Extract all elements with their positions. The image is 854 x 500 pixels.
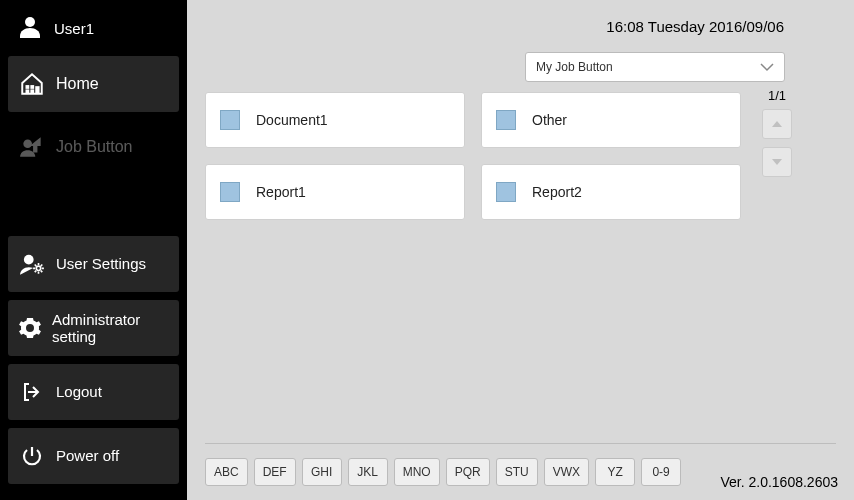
filter-ghi[interactable]: GHI [302,458,342,486]
gear-icon [18,316,42,340]
svg-rect-2 [30,85,34,89]
svg-rect-4 [30,89,34,93]
page-up-button[interactable] [762,109,792,139]
power-icon [18,444,46,468]
svg-point-8 [36,266,40,270]
svg-rect-1 [26,85,30,89]
job-button-icon [18,134,46,160]
page-down-button[interactable] [762,147,792,177]
divider [205,443,836,444]
filter-jkl[interactable]: JKL [348,458,388,486]
filter-mno[interactable]: MNO [394,458,440,486]
main: 16:08 Tuesday 2016/09/06 My Job Button D… [187,0,854,500]
nav-job-button-label: Job Button [56,138,133,156]
nav-home-label: Home [56,75,99,93]
nav-power-off[interactable]: Power off [8,428,179,484]
nav-power-off-label: Power off [56,447,119,464]
user-icon [18,14,42,42]
svg-point-7 [24,255,34,265]
filter-def[interactable]: DEF [254,458,296,486]
filter-stu[interactable]: STU [496,458,538,486]
svg-rect-5 [35,86,39,94]
nav-admin-setting-label: Administrator setting [52,311,169,346]
filter-0-9[interactable]: 0-9 [641,458,681,486]
user-name: User1 [54,20,94,37]
filter-vwx[interactable]: VWX [544,458,589,486]
svg-rect-3 [26,89,30,93]
pager: 1/1 [757,92,797,220]
card-report1[interactable]: Report1 [205,164,465,220]
logout-icon [18,380,46,404]
nav-admin-setting[interactable]: Administrator setting [8,300,179,356]
nav-bottom: User Settings Administrator setting Logo… [0,236,187,500]
nav-logout-label: Logout [56,383,102,400]
page-indicator: 1/1 [768,88,786,103]
card-label: Document1 [256,112,328,128]
content-row: Document1 Other Report1 Report2 1/1 [205,92,836,220]
card-thumb [220,110,240,130]
nav-user-settings[interactable]: User Settings [8,236,179,292]
user-row: User1 [0,0,187,56]
card-thumb [496,110,516,130]
nav-job-button: Job Button [8,119,179,175]
card-label: Report2 [532,184,582,200]
sidebar: User1 Home Job Button User Settings [0,0,187,500]
nav-home[interactable]: Home [8,56,179,112]
filter-yz[interactable]: YZ [595,458,635,486]
chevron-down-icon [760,62,774,72]
nav-logout[interactable]: Logout [8,364,179,420]
svg-point-6 [23,139,32,148]
card-other[interactable]: Other [481,92,741,148]
job-select[interactable]: My Job Button [525,52,785,82]
job-select-value: My Job Button [536,60,613,74]
filter-pqr[interactable]: PQR [446,458,490,486]
nav-top: Home Job Button [0,56,187,182]
card-thumb [496,182,516,202]
user-settings-icon [18,251,46,277]
card-label: Report1 [256,184,306,200]
card-document1[interactable]: Document1 [205,92,465,148]
nav-user-settings-label: User Settings [56,255,146,272]
select-row: My Job Button [525,52,836,82]
card-label: Other [532,112,567,128]
card-thumb [220,182,240,202]
clock: 16:08 Tuesday 2016/09/06 [606,18,784,35]
main-spacer [205,220,836,443]
version-label: Ver. 2.0.1608.2603 [720,474,838,490]
svg-point-0 [25,17,35,27]
filter-abc[interactable]: ABC [205,458,248,486]
card-report2[interactable]: Report2 [481,164,741,220]
sidebar-spacer [0,182,187,236]
cards-grid: Document1 Other Report1 Report2 [205,92,741,220]
home-icon [18,71,46,97]
